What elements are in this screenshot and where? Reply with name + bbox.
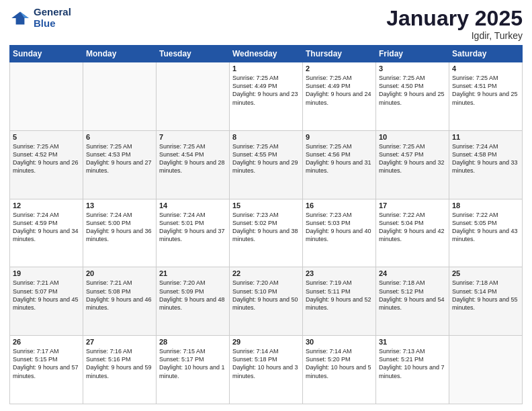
day-number: 2 [306,64,373,73]
cell-content: Sunrise: 7:25 AMSunset: 4:54 PMDaylight:… [159,142,226,175]
day-number: 19 [13,269,80,277]
logo: General Blue [9,7,71,29]
cell-content: Sunrise: 7:24 AMSunset: 4:58 PMDaylight:… [452,142,519,175]
calendar-cell: 7Sunrise: 7:25 AMSunset: 4:54 PMDaylight… [157,130,230,199]
calendar-cell: 8Sunrise: 7:25 AMSunset: 4:55 PMDaylight… [230,130,303,199]
calendar-header-friday: Friday [376,46,449,62]
calendar-cell: 30Sunrise: 7:14 AMSunset: 5:20 PMDayligh… [303,336,376,404]
cell-content: Sunrise: 7:24 AMSunset: 5:00 PMDaylight:… [86,211,153,244]
cell-content: Sunrise: 7:14 AMSunset: 5:18 PMDaylight:… [232,347,300,380]
cell-content: Sunrise: 7:25 AMSunset: 4:51 PMDaylight:… [452,74,519,107]
cell-content: Sunrise: 7:18 AMSunset: 5:14 PMDaylight:… [452,279,519,312]
day-number: 21 [159,269,226,277]
day-number: 23 [306,269,373,277]
day-number: 8 [232,133,300,141]
day-number: 17 [379,201,446,210]
cell-content: Sunrise: 7:19 AMSunset: 5:11 PMDaylight:… [306,279,373,312]
calendar-cell: 12Sunrise: 7:24 AMSunset: 4:59 PMDayligh… [10,199,83,267]
cell-content: Sunrise: 7:20 AMSunset: 5:10 PMDaylight:… [232,279,300,312]
calendar-cell: 9Sunrise: 7:25 AMSunset: 4:56 PMDaylight… [303,130,376,199]
calendar-cell: 29Sunrise: 7:14 AMSunset: 5:18 PMDayligh… [230,336,303,404]
cell-content: Sunrise: 7:23 AMSunset: 5:02 PMDaylight:… [232,211,300,244]
calendar-cell: 11Sunrise: 7:24 AMSunset: 4:58 PMDayligh… [449,130,523,199]
calendar-week-5: 26Sunrise: 7:17 AMSunset: 5:15 PMDayligh… [10,336,523,404]
day-number: 3 [379,64,446,73]
calendar-table: SundayMondayTuesdayWednesdayThursdayFrid… [9,45,523,404]
cell-content: Sunrise: 7:22 AMSunset: 5:04 PMDaylight:… [379,211,446,244]
location-subtitle: Igdir, Turkey [386,30,523,41]
cell-content: Sunrise: 7:24 AMSunset: 5:01 PMDaylight:… [159,211,226,244]
cell-content: Sunrise: 7:21 AMSunset: 5:07 PMDaylight:… [13,279,80,312]
calendar-cell: 22Sunrise: 7:20 AMSunset: 5:10 PMDayligh… [230,267,303,336]
calendar-week-4: 19Sunrise: 7:21 AMSunset: 5:07 PMDayligh… [10,267,523,336]
month-title: January 2025 [386,7,523,30]
calendar-cell: 19Sunrise: 7:21 AMSunset: 5:07 PMDayligh… [10,267,83,336]
calendar-week-1: 1Sunrise: 7:25 AMSunset: 4:49 PMDaylight… [10,62,523,131]
calendar-header-wednesday: Wednesday [230,46,303,62]
calendar-header-saturday: Saturday [449,46,523,62]
cell-content: Sunrise: 7:16 AMSunset: 5:16 PMDaylight:… [86,347,153,380]
logo-bird-icon [9,7,31,29]
cell-content: Sunrise: 7:23 AMSunset: 5:03 PMDaylight:… [306,211,373,244]
day-number: 6 [86,133,153,141]
calendar-cell: 27Sunrise: 7:16 AMSunset: 5:16 PMDayligh… [83,336,157,404]
cell-content: Sunrise: 7:17 AMSunset: 5:15 PMDaylight:… [13,347,80,380]
calendar-cell: 4Sunrise: 7:25 AMSunset: 4:51 PMDaylight… [449,62,523,131]
calendar-cell: 15Sunrise: 7:23 AMSunset: 5:02 PMDayligh… [230,199,303,267]
calendar-body: 1Sunrise: 7:25 AMSunset: 4:49 PMDaylight… [10,62,523,404]
cell-content: Sunrise: 7:13 AMSunset: 5:21 PMDaylight:… [379,347,446,380]
cell-content: Sunrise: 7:24 AMSunset: 4:59 PMDaylight:… [13,211,80,244]
logo-text: General Blue [34,7,71,29]
calendar-week-3: 12Sunrise: 7:24 AMSunset: 4:59 PMDayligh… [10,199,523,267]
calendar-cell: 1Sunrise: 7:25 AMSunset: 4:49 PMDaylight… [230,62,303,131]
calendar-cell [157,62,230,131]
title-block: January 2025 Igdir, Turkey [386,7,523,41]
day-number: 9 [306,133,373,141]
calendar-cell: 13Sunrise: 7:24 AMSunset: 5:00 PMDayligh… [83,199,157,267]
day-number: 4 [452,64,519,73]
cell-content: Sunrise: 7:22 AMSunset: 5:05 PMDaylight:… [452,211,519,244]
calendar-cell: 31Sunrise: 7:13 AMSunset: 5:21 PMDayligh… [376,336,449,404]
cell-content: Sunrise: 7:25 AMSunset: 4:49 PMDaylight:… [306,74,373,107]
day-number: 10 [379,133,446,141]
calendar-cell: 23Sunrise: 7:19 AMSunset: 5:11 PMDayligh… [303,267,376,336]
day-number: 12 [13,201,80,210]
header: General Blue January 2025 Igdir, Turkey [9,7,523,41]
calendar-header-tuesday: Tuesday [157,46,230,62]
day-number: 28 [159,338,226,346]
cell-content: Sunrise: 7:25 AMSunset: 4:49 PMDaylight:… [232,74,300,107]
calendar-cell: 6Sunrise: 7:25 AMSunset: 4:53 PMDaylight… [83,130,157,199]
cell-content: Sunrise: 7:25 AMSunset: 4:55 PMDaylight:… [232,142,300,175]
day-number: 27 [86,338,153,346]
calendar-header-row: SundayMondayTuesdayWednesdayThursdayFrid… [10,46,523,62]
cell-content: Sunrise: 7:25 AMSunset: 4:52 PMDaylight:… [13,142,80,175]
cell-content: Sunrise: 7:18 AMSunset: 5:12 PMDaylight:… [379,279,446,312]
day-number: 7 [159,133,226,141]
cell-content: Sunrise: 7:21 AMSunset: 5:08 PMDaylight:… [86,279,153,312]
day-number: 31 [379,338,446,346]
cell-content: Sunrise: 7:15 AMSunset: 5:17 PMDaylight:… [159,347,226,380]
day-number: 16 [306,201,373,210]
calendar-cell: 16Sunrise: 7:23 AMSunset: 5:03 PMDayligh… [303,199,376,267]
calendar-cell: 3Sunrise: 7:25 AMSunset: 4:50 PMDaylight… [376,62,449,131]
day-number: 18 [452,201,519,210]
calendar-cell: 26Sunrise: 7:17 AMSunset: 5:15 PMDayligh… [10,336,83,404]
cell-content: Sunrise: 7:20 AMSunset: 5:09 PMDaylight:… [159,279,226,312]
calendar-cell: 21Sunrise: 7:20 AMSunset: 5:09 PMDayligh… [157,267,230,336]
calendar-cell [10,62,83,131]
calendar-cell: 18Sunrise: 7:22 AMSunset: 5:05 PMDayligh… [449,199,523,267]
cell-content: Sunrise: 7:25 AMSunset: 4:50 PMDaylight:… [379,74,446,107]
calendar-cell: 17Sunrise: 7:22 AMSunset: 5:04 PMDayligh… [376,199,449,267]
calendar-cell: 25Sunrise: 7:18 AMSunset: 5:14 PMDayligh… [449,267,523,336]
calendar-cell [449,336,523,404]
day-number: 29 [232,338,300,346]
day-number: 20 [86,269,153,277]
calendar-cell [83,62,157,131]
day-number: 1 [232,64,300,73]
calendar-header-thursday: Thursday [303,46,376,62]
day-number: 14 [159,201,226,210]
page: General Blue January 2025 Igdir, Turkey … [0,0,532,411]
day-number: 13 [86,201,153,210]
calendar-cell: 14Sunrise: 7:24 AMSunset: 5:01 PMDayligh… [157,199,230,267]
calendar-cell: 24Sunrise: 7:18 AMSunset: 5:12 PMDayligh… [376,267,449,336]
